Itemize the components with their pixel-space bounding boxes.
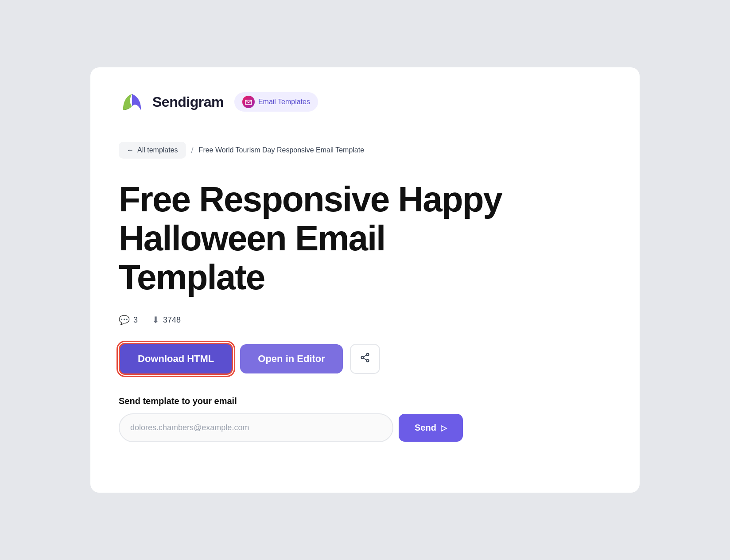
svg-point-3 xyxy=(361,357,363,359)
breadcrumb-separator: / xyxy=(191,146,194,155)
svg-point-0 xyxy=(242,96,255,108)
comments-icon: 💬 xyxy=(119,315,130,325)
downloads-stat: ⬇ 3748 xyxy=(152,315,181,325)
header: Sendigram Email Templates xyxy=(119,89,611,115)
breadcrumb: ← All templates / Free World Tourism Day… xyxy=(119,142,611,159)
download-html-button[interactable]: Download HTML xyxy=(119,343,233,375)
downloads-count: 3748 xyxy=(163,315,181,325)
page-title: Free Responsive Happy Halloween Email Te… xyxy=(119,180,517,297)
svg-line-6 xyxy=(363,358,366,360)
brand-name: Sendigram xyxy=(152,94,224,110)
send-row: Send ▷ xyxy=(119,413,611,442)
svg-line-5 xyxy=(363,355,366,357)
comments-stat: 💬 3 xyxy=(119,315,138,325)
breadcrumb-current: Free World Tourism Day Responsive Email … xyxy=(199,146,364,154)
back-button-label: All templates xyxy=(137,146,178,154)
buttons-row: Download HTML Open in Editor xyxy=(119,343,611,375)
send-label: Send xyxy=(415,423,436,433)
send-button[interactable]: Send ▷ xyxy=(399,414,463,442)
email-input[interactable] xyxy=(119,413,393,442)
back-arrow-icon: ← xyxy=(127,146,134,154)
badge-icon xyxy=(242,96,255,108)
svg-point-2 xyxy=(366,354,369,356)
send-arrow-icon: ▷ xyxy=(441,423,447,433)
send-section-label: Send template to your email xyxy=(119,396,611,406)
share-icon xyxy=(360,352,370,366)
back-button[interactable]: ← All templates xyxy=(119,142,186,159)
main-card: Sendigram Email Templates ← All te xyxy=(90,67,640,493)
send-section: Send template to your email Send ▷ xyxy=(119,396,611,442)
stats-row: 💬 3 ⬇ 3748 xyxy=(119,315,611,325)
share-button[interactable] xyxy=(350,344,380,374)
email-templates-badge[interactable]: Email Templates xyxy=(234,92,318,112)
badge-text: Email Templates xyxy=(258,98,310,106)
svg-point-4 xyxy=(366,360,369,362)
comments-count: 3 xyxy=(133,315,138,325)
logo xyxy=(119,89,145,115)
downloads-icon: ⬇ xyxy=(152,315,159,325)
open-editor-button[interactable]: Open in Editor xyxy=(240,344,343,373)
